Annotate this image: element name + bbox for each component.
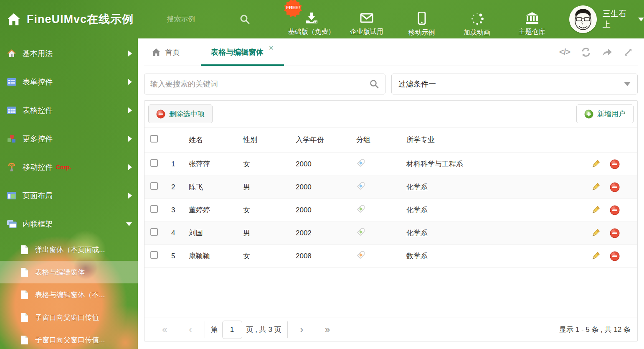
minus-circle-icon — [156, 110, 165, 119]
sidebar-item-page-layout[interactable]: 页面布局 — [0, 181, 138, 210]
edit-icon[interactable] — [591, 182, 601, 192]
cubes-icon — [7, 135, 17, 143]
page-number-input[interactable] — [222, 321, 242, 339]
chevron-right-icon — [128, 193, 132, 199]
next-page-button[interactable]: › — [289, 324, 314, 335]
major-link[interactable]: 材料科学与工程系 — [406, 160, 463, 168]
major-link[interactable]: 化学系 — [406, 229, 428, 237]
row-checkbox[interactable] — [150, 251, 158, 259]
delete-selected-button[interactable]: 删除选中项 — [148, 104, 213, 123]
sidebar-item-form-controls[interactable]: 表单控件 — [0, 68, 138, 96]
prev-page-button[interactable]: ‹ — [178, 324, 203, 335]
nav-item-theme-store[interactable]: 主题仓库 — [507, 2, 557, 36]
nav-item-loading-animation[interactable]: 加载动画 — [452, 2, 502, 37]
filter-dropdown[interactable]: 过滤条件一 — [391, 74, 638, 94]
row-checkbox[interactable] — [150, 182, 158, 190]
sidebar-item-iframe[interactable]: 内联框架 — [0, 210, 138, 238]
header-search[interactable] — [167, 14, 259, 25]
cell-group — [354, 176, 404, 199]
edit-icon[interactable] — [591, 205, 601, 215]
sidebar-subitem-popup-window[interactable]: 弹出窗体（本页面或... — [0, 238, 138, 261]
row-checkbox[interactable] — [150, 159, 158, 167]
tag-icon — [356, 227, 365, 237]
layout-icon — [7, 192, 17, 199]
cell-name: 刘国 — [186, 222, 241, 245]
nav-label: 主题仓库 — [519, 28, 545, 36]
cell-group — [354, 245, 404, 267]
delete-icon[interactable] — [610, 182, 620, 192]
sidebar-subitem-child-to-parent-2[interactable]: 子窗口向父窗口传值... — [0, 329, 138, 349]
share-icon[interactable] — [602, 48, 613, 57]
delete-icon[interactable] — [610, 228, 620, 238]
cell-year: 2008 — [293, 245, 354, 267]
sidebar-item-mobile-controls[interactable]: 移动控件 Corp. — [0, 153, 138, 181]
source-code-icon[interactable]: </> — [559, 47, 570, 57]
row-number: 3 — [169, 199, 186, 222]
refresh-icon[interactable] — [581, 47, 591, 57]
nav-item-basic-free[interactable]: FREE! 基础版（免费） — [287, 2, 336, 36]
cell-actions — [588, 153, 637, 176]
nav-item-enterprise-trial[interactable]: 企业版试用 — [342, 2, 391, 36]
delete-icon[interactable] — [610, 205, 620, 215]
record-summary: 显示 1 - 5 条 , 共 12 条 — [559, 325, 631, 334]
search-icon[interactable] — [369, 79, 379, 89]
sidebar-subitem-child-to-parent[interactable]: 子窗口向父窗口传值 — [0, 306, 138, 329]
sidebar: 基本用法 表单控件 — [0, 38, 138, 349]
nav-label: 企业版试用 — [350, 28, 383, 36]
column-row-number — [169, 127, 186, 153]
cell-major: 化学系 — [404, 176, 588, 199]
chevron-down-icon — [638, 18, 644, 21]
row-checkbox[interactable] — [150, 205, 158, 213]
major-link[interactable]: 数学系 — [406, 252, 428, 260]
first-page-button[interactable]: « — [151, 324, 178, 335]
select-all-checkbox[interactable] — [150, 135, 158, 143]
app-logo[interactable]: FineUIMvc在线示例 — [0, 12, 167, 27]
tab-grid-edit-window[interactable]: 表格与编辑窗体 ✕ — [201, 38, 284, 66]
tab-home[interactable]: 首页 — [144, 38, 190, 66]
delete-icon[interactable] — [610, 159, 620, 169]
major-link[interactable]: 化学系 — [406, 183, 428, 191]
sidebar-subitem-grid-edit-window-2[interactable]: 表格与编辑窗体（不... — [0, 283, 138, 306]
nav-item-mobile-demo[interactable]: 移动示例 — [397, 2, 446, 37]
cell-major: 材料科学与工程系 — [404, 153, 588, 176]
keyword-search-input[interactable] — [150, 80, 369, 89]
free-badge: FREE! — [284, 0, 308, 23]
envelope-icon — [360, 12, 374, 24]
sidebar-subitem-grid-edit-window[interactable]: 表格与编辑窗体 — [0, 261, 138, 283]
user-menu[interactable]: 三生石上 — [569, 5, 644, 33]
edit-icon[interactable] — [591, 228, 601, 238]
tab-toolbar: </> — [559, 38, 638, 66]
column-name: 姓名 — [186, 127, 241, 153]
search-icon[interactable] — [239, 14, 250, 25]
sidebar-item-more-controls[interactable]: 更多控件 — [0, 125, 138, 153]
cell-gender: 男 — [241, 176, 293, 199]
add-user-button[interactable]: 新增用户 — [576, 104, 634, 123]
edit-icon[interactable] — [591, 251, 601, 261]
last-page-button[interactable]: » — [314, 324, 341, 335]
cell-year: 2002 — [293, 222, 354, 245]
chevron-down-icon — [126, 222, 132, 226]
table-row: 3 董婷婷 女 2000 化学系 — [145, 199, 637, 222]
grid-panel: 删除选中项 新增用户 — [144, 100, 638, 341]
page-count-label: 页 , 共 3 页 — [246, 325, 281, 334]
delete-icon[interactable] — [610, 251, 620, 261]
expand-icon[interactable] — [624, 48, 633, 57]
sidebar-item-grid-controls[interactable]: 表格控件 — [0, 96, 138, 125]
edit-icon[interactable] — [591, 159, 601, 169]
spinner-icon — [470, 12, 484, 25]
cell-gender: 女 — [241, 153, 293, 176]
table-row: 5 康颖颖 女 2008 数学系 — [145, 245, 637, 267]
row-checkbox[interactable] — [150, 228, 158, 236]
header-search-input[interactable] — [167, 15, 233, 23]
keyword-search-box[interactable] — [144, 74, 385, 94]
sidebar-item-basic-usage[interactable]: 基本用法 — [0, 39, 138, 68]
cell-year: 2000 — [293, 176, 354, 199]
avatar[interactable] — [569, 5, 597, 33]
close-icon[interactable]: ✕ — [269, 44, 274, 52]
table-header-row: 姓名 性别 入学年份 分组 所学专业 — [145, 127, 637, 153]
cell-group — [354, 222, 404, 245]
file-icon — [20, 268, 29, 277]
cell-name: 康颖颖 — [186, 245, 241, 267]
major-link[interactable]: 化学系 — [406, 206, 428, 214]
phone-icon — [417, 12, 426, 25]
